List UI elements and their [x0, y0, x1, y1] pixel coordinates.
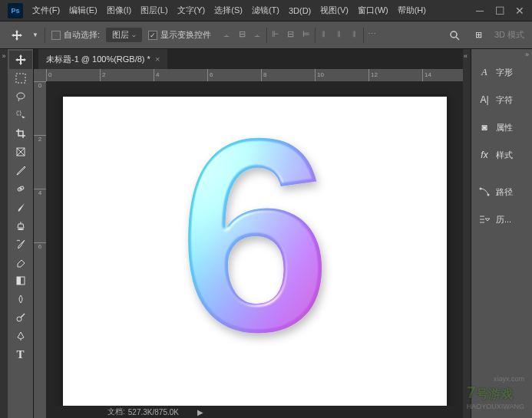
- paths-icon: [477, 186, 491, 198]
- svg-rect-2: [16, 74, 25, 83]
- svg-text:6: 6: [177, 116, 331, 389]
- lasso-tool[interactable]: [9, 87, 32, 106]
- show-transform-label: 显示变换控件: [160, 29, 211, 41]
- title-bar: Ps 文件(F) 编辑(E) 图像(I) 图层(L) 文字(Y) 选择(S) 滤…: [0, 0, 532, 21]
- gradient-tool[interactable]: [9, 272, 32, 290]
- panel-history[interactable]: 历...: [471, 206, 532, 233]
- artwork-six: 6: [147, 116, 362, 392]
- panel-properties[interactable]: ◙ 属性: [471, 114, 532, 141]
- close-button[interactable]: ✕: [511, 3, 529, 18]
- history-icon: [477, 213, 491, 225]
- svg-point-0: [451, 31, 457, 38]
- brush-tool[interactable]: [9, 198, 32, 216]
- menu-layer[interactable]: 图层(L): [136, 2, 172, 19]
- align-left-icon[interactable]: ⊩: [269, 28, 283, 41]
- checkbox-icon: [51, 31, 61, 40]
- ruler-corner: [34, 69, 46, 81]
- menu-3d[interactable]: 3D(D): [284, 3, 316, 18]
- glyphs-icon: A: [477, 66, 491, 78]
- dodge-tool[interactable]: [9, 308, 32, 327]
- menu-window[interactable]: 窗口(W): [353, 2, 393, 19]
- type-tool[interactable]: T: [9, 345, 32, 364]
- pen-tool[interactable]: [9, 327, 32, 345]
- panel-character[interactable]: A| 字符: [471, 86, 532, 114]
- svg-point-3: [17, 93, 25, 99]
- more-options-icon[interactable]: ⋯: [365, 28, 379, 41]
- ruler-horizontal[interactable]: 0246810121416: [46, 69, 463, 81]
- app-logo: Ps: [8, 3, 23, 18]
- layer-dropdown[interactable]: 图层 ⌵: [106, 28, 142, 42]
- document-tabs: 未标题-1 @ 100%(RGB/8) * ×: [34, 49, 463, 69]
- quick-select-tool[interactable]: [9, 106, 32, 124]
- properties-icon: ◙: [477, 121, 491, 133]
- marquee-tool[interactable]: [9, 69, 32, 87]
- healing-tool[interactable]: [9, 179, 32, 198]
- mode-3d-label[interactable]: 3D 模式: [494, 29, 524, 41]
- distribute-icon[interactable]: ⫴: [348, 28, 362, 41]
- svg-point-11: [18, 229, 24, 230]
- align-hcenter-icon[interactable]: ⊟: [284, 28, 298, 41]
- doc-label: 文档:: [107, 406, 125, 417]
- chevron-down-icon: ⌵: [132, 31, 136, 38]
- status-arrow-icon[interactable]: ▶: [197, 408, 203, 416]
- doc-size: 527.3K/875.0K: [128, 408, 179, 416]
- eyedropper-tool[interactable]: [9, 161, 32, 179]
- ruler-vertical[interactable]: 0246: [34, 81, 46, 418]
- canvas-viewport[interactable]: 6: [46, 81, 463, 406]
- tab-close-icon[interactable]: ×: [155, 54, 160, 64]
- svg-rect-4: [17, 111, 21, 115]
- distribute-v-icon[interactable]: ⫴: [332, 28, 346, 41]
- styles-icon: fx: [477, 149, 491, 161]
- character-icon: A|: [477, 94, 491, 106]
- crop-tool[interactable]: [9, 124, 32, 143]
- align-top-icon[interactable]: ⫠: [220, 28, 234, 41]
- move-tool-icon[interactable]: [8, 26, 26, 44]
- menu-select[interactable]: 选择(S): [210, 2, 247, 19]
- auto-select-checkbox[interactable]: 自动选择:: [51, 29, 100, 41]
- frame-tool[interactable]: [9, 143, 32, 161]
- toolbox: T: [8, 49, 34, 418]
- search-icon[interactable]: [445, 26, 464, 44]
- expand-right-icon[interactable]: «: [463, 49, 471, 60]
- tab-title: 未标题-1 @ 100%(RGB/8) *: [46, 54, 150, 65]
- expand-left-icon[interactable]: »: [2, 52, 5, 60]
- auto-select-label: 自动选择:: [64, 29, 100, 41]
- panel-glyphs[interactable]: A 字形: [471, 58, 532, 86]
- panel-paths[interactable]: 路径: [471, 178, 532, 206]
- menu-view[interactable]: 视图(V): [316, 2, 353, 19]
- menu-type[interactable]: 文字(Y): [173, 2, 210, 19]
- options-bar: ▼ 自动选择: 图层 ⌵ ✓ 显示变换控件 ⫠ ⊟ ⫠ ⊩ ⊟ ⊨ ⫴ ⫴ ⫴ …: [0, 21, 532, 49]
- document-tab[interactable]: 未标题-1 @ 100%(RGB/8) * ×: [38, 49, 167, 69]
- menu-edit[interactable]: 编辑(E): [64, 2, 102, 19]
- align-right-icon[interactable]: ⊨: [299, 28, 313, 41]
- menu-filter[interactable]: 滤镜(T): [247, 2, 284, 19]
- distribute-h-icon[interactable]: ⫴: [317, 28, 331, 41]
- clone-tool[interactable]: [9, 216, 32, 235]
- history-brush-tool[interactable]: [9, 235, 32, 253]
- svg-rect-13: [17, 277, 21, 285]
- status-bar: 文档: 527.3K/875.0K ▶: [46, 406, 463, 418]
- move-tool[interactable]: [9, 51, 32, 69]
- panel-styles[interactable]: fx 样式: [471, 141, 532, 169]
- align-vcenter-icon[interactable]: ⊟: [236, 28, 249, 41]
- maximize-button[interactable]: ☐: [491, 3, 509, 18]
- eraser-tool[interactable]: [9, 253, 32, 272]
- collapse-panels-icon[interactable]: »: [525, 51, 529, 57]
- show-transform-checkbox[interactable]: ✓ 显示变换控件: [148, 29, 211, 41]
- minimize-button[interactable]: ─: [471, 3, 489, 18]
- svg-line-15: [21, 314, 25, 318]
- chevron-down-icon[interactable]: ▼: [32, 31, 38, 38]
- canvas[interactable]: 6: [63, 97, 447, 406]
- align-group: ⫠ ⊟ ⫠ ⊩ ⊟ ⊨ ⫴ ⫴ ⫴ ⋯: [220, 28, 379, 43]
- align-bottom-icon[interactable]: ⫠: [251, 28, 265, 41]
- checkbox-checked-icon: ✓: [148, 31, 157, 40]
- menu-file[interactable]: 文件(F): [28, 2, 64, 19]
- workspace-icon[interactable]: ⊞: [470, 26, 488, 44]
- menu-image[interactable]: 图像(I): [102, 2, 136, 19]
- menu-help[interactable]: 帮助(H): [393, 2, 431, 19]
- right-panels: » A 字形 A| 字符 ◙ 属性 fx 样式 路径 历...: [471, 49, 532, 418]
- svg-line-1: [456, 37, 459, 40]
- blur-tool[interactable]: [9, 290, 32, 308]
